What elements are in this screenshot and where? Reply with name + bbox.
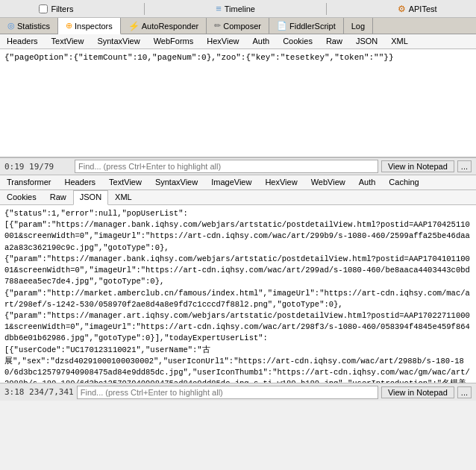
tab-autoresponder[interactable]: ⚡ AutoResponder — [121, 18, 207, 34]
apitest-label: APITest — [409, 4, 437, 13]
subtab-webforms[interactable]: WebForms — [147, 34, 201, 48]
tab-statistics[interactable]: ◎ Statistics — [0, 18, 58, 34]
top-toolbar: Filters ≡ Timeline ⚙ APITest — [0, 0, 476, 18]
btab-auth[interactable]: Auth — [352, 175, 383, 189]
timeline-item[interactable]: ≡ Timeline — [208, 0, 263, 17]
main-panel: Filters ≡ Timeline ⚙ APITest ◎ Statistic… — [0, 0, 476, 470]
fiddlerscript-label: FiddlerScript — [289, 22, 336, 31]
bottom-tabs-bar: Transformer Headers TextView SyntaxView … — [0, 175, 476, 190]
top-content-area: {"pageOption":{"itemCount":10,"pageNum":… — [0, 49, 476, 157]
top-more-button[interactable]: ... — [457, 160, 472, 172]
btab-hexview[interactable]: HexView — [258, 175, 304, 189]
top-view-notepad-button[interactable]: View in Notepad — [381, 160, 454, 172]
top-status: 0:19 19/79 — [4, 162, 72, 172]
subtab-auth[interactable]: Auth — [246, 34, 277, 48]
top-content-text: {"pageOption":{"itemCount":10,"pageNum":… — [0, 49, 476, 66]
sub-tabs-request: Headers TextView SyntaxView WebForms Hex… — [0, 34, 476, 49]
log-label: Log — [351, 22, 365, 31]
subtab-cookies[interactable]: Cookies — [276, 34, 319, 48]
fiddlerscript-icon: 📄 — [277, 21, 287, 31]
btab-webview[interactable]: WebView — [304, 175, 352, 189]
bottom-content-text: {"status":1,"error":null,"popUserList": … — [0, 205, 476, 383]
bottom-status: 3:18 234/7,341 — [4, 387, 74, 397]
toolbar-divider-1 — [144, 3, 145, 15]
bottom-more-button[interactable]: ... — [457, 386, 472, 398]
tab-fiddlerscript[interactable]: 📄 FiddlerScript — [269, 18, 344, 34]
bsubtab-cookies[interactable]: Cookies — [0, 190, 43, 204]
subtab-textview[interactable]: TextView — [45, 34, 91, 48]
inspectors-icon: ⊕ — [66, 21, 72, 31]
btab-imageview[interactable]: ImageView — [204, 175, 258, 189]
bottom-find-bar: 3:18 234/7,341 View in Notepad ... — [0, 383, 476, 401]
bsubtab-raw[interactable]: Raw — [43, 190, 73, 204]
top-find-input[interactable] — [75, 160, 378, 173]
subtab-headers[interactable]: Headers — [0, 34, 45, 48]
subtab-raw[interactable]: Raw — [319, 34, 349, 48]
statistics-icon: ◎ — [7, 21, 15, 31]
top-find-bar: 0:19 19/79 View in Notepad ... — [0, 157, 476, 175]
bottom-content-area[interactable]: {"status":1,"error":null,"popUserList": … — [0, 205, 476, 383]
btab-transformer[interactable]: Transformer — [0, 175, 58, 189]
apitest-icon: ⚙ — [398, 4, 406, 14]
filters-item[interactable]: Filters — [31, 0, 81, 17]
tab-composer[interactable]: ✏ Composer — [207, 18, 269, 34]
main-tabs-bar: ◎ Statistics ⊕ Inspectors ⚡ AutoResponde… — [0, 18, 476, 34]
apitest-item[interactable]: ⚙ APITest — [390, 0, 445, 17]
tab-inspectors[interactable]: ⊕ Inspectors — [58, 18, 121, 34]
bottom-sub-tabs-bar: Cookies Raw JSON XML — [0, 190, 476, 205]
timeline-label: Timeline — [225, 4, 255, 13]
subtab-xml[interactable]: XML — [384, 34, 415, 48]
bsubtab-xml[interactable]: XML — [108, 190, 139, 204]
tab-log[interactable]: Log — [344, 18, 373, 34]
composer-icon: ✏ — [214, 21, 221, 31]
inspectors-label: Inspectors — [75, 22, 113, 31]
filters-label: Filters — [51, 4, 73, 13]
btab-headers[interactable]: Headers — [58, 175, 103, 189]
subtab-hexview[interactable]: HexView — [200, 34, 245, 48]
filters-checkbox[interactable] — [39, 4, 48, 13]
timeline-icon: ≡ — [216, 3, 222, 14]
autoresponder-icon: ⚡ — [128, 21, 140, 31]
bsubtab-json[interactable]: JSON — [73, 190, 108, 205]
subtab-syntaxview[interactable]: SyntaxView — [90, 34, 146, 48]
composer-label: Composer — [223, 22, 261, 31]
btab-caching[interactable]: Caching — [382, 175, 425, 189]
toolbar-divider-2 — [326, 3, 327, 15]
btab-textview[interactable]: TextView — [102, 175, 148, 189]
statistics-label: Statistics — [17, 22, 50, 31]
btab-syntaxview[interactable]: SyntaxView — [148, 175, 204, 189]
subtab-json[interactable]: JSON — [349, 34, 384, 48]
autoresponder-label: AutoResponder — [142, 22, 198, 31]
bottom-find-input[interactable] — [77, 386, 378, 399]
bottom-view-notepad-button[interactable]: View in Notepad — [381, 386, 454, 398]
